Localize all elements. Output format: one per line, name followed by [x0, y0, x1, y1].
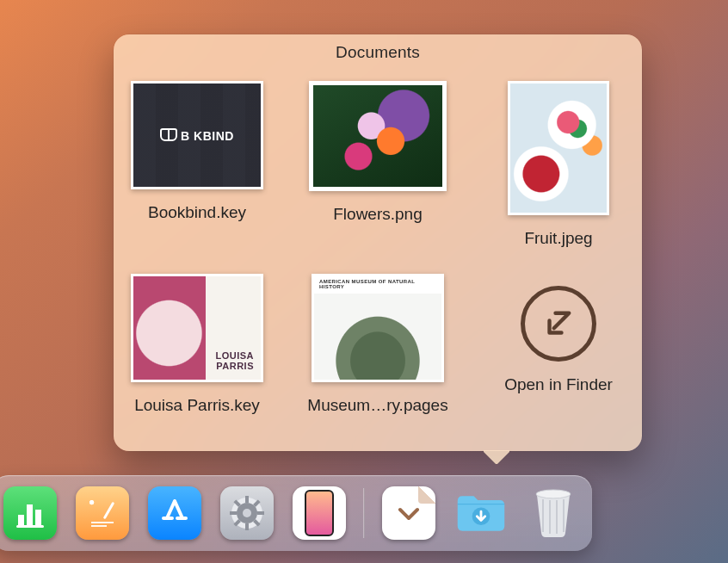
file-thumbnail: [508, 81, 609, 215]
pages-app-icon[interactable]: [76, 486, 129, 540]
file-label: Flowers.png: [333, 205, 423, 224]
downloads-folder-icon[interactable]: [454, 486, 508, 540]
iphone-mirroring-app-icon[interactable]: [293, 486, 346, 540]
stack-grid: B KBIND Bookbind.key Flowers.png Fruit.j…: [114, 62, 642, 415]
system-settings-app-icon[interactable]: [220, 486, 274, 540]
svg-rect-4: [103, 502, 115, 520]
app-store-app-icon[interactable]: [148, 486, 201, 540]
svg-rect-5: [91, 522, 114, 523]
svg-rect-10: [245, 496, 249, 503]
stack-item-louisa[interactable]: Louisa Parris.key: [116, 274, 278, 415]
popover-title: Documents: [114, 43, 642, 62]
svg-rect-0: [18, 515, 24, 525]
svg-rect-13: [257, 511, 264, 515]
open-in-finder-icon: [521, 286, 596, 362]
file-thumbnail: B KBIND: [131, 81, 263, 189]
open-in-finder-button[interactable]: Open in Finder: [478, 274, 639, 415]
svg-point-9: [243, 509, 251, 517]
svg-rect-2: [35, 510, 41, 525]
file-label: Louisa Parris.key: [134, 396, 260, 415]
file-thumbnail: [312, 274, 444, 382]
file-label: Museum…ry.pages: [307, 396, 447, 415]
popover-caret: [484, 450, 509, 464]
file-thumbnail: [131, 274, 263, 382]
svg-rect-3: [16, 525, 44, 528]
open-in-finder-label: Open in Finder: [504, 375, 613, 394]
recents-stack-icon[interactable]: [382, 486, 435, 540]
svg-rect-1: [27, 504, 33, 525]
stack-item-fruit[interactable]: Fruit.jpeg: [478, 81, 639, 248]
documents-stack-popover: Documents B KBIND Bookbind.key Flowers.p…: [114, 34, 642, 451]
file-label: Fruit.jpeg: [524, 229, 592, 248]
stack-item-museum[interactable]: Museum…ry.pages: [297, 274, 459, 415]
trash-icon[interactable]: [527, 486, 580, 540]
numbers-app-icon[interactable]: [3, 486, 57, 540]
file-label: Bookbind.key: [148, 203, 246, 222]
svg-rect-11: [245, 523, 249, 530]
stack-item-flowers[interactable]: Flowers.png: [297, 81, 459, 248]
file-thumbnail: [309, 81, 447, 191]
stack-item-bookbind[interactable]: B KBIND Bookbind.key: [116, 81, 278, 248]
dock: [0, 475, 592, 551]
svg-rect-6: [91, 525, 107, 527]
dock-divider: [363, 488, 365, 538]
svg-rect-12: [230, 511, 237, 515]
